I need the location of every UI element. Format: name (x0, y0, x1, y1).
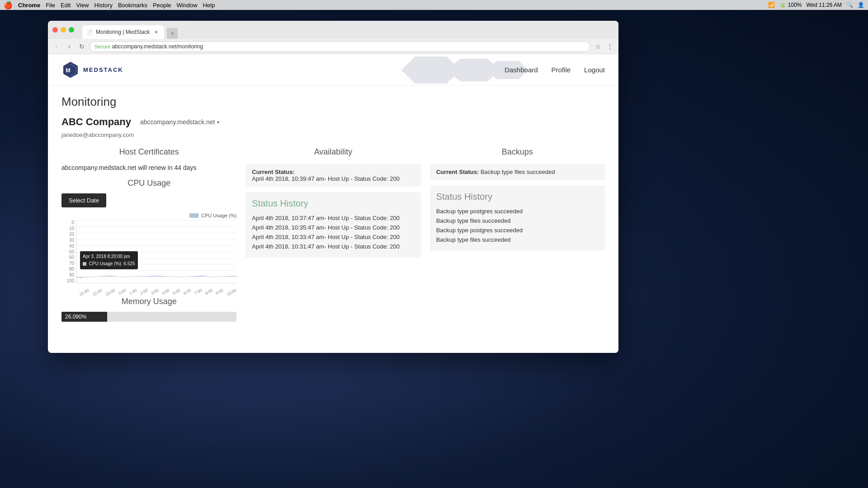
x-label-2300: 23:00 (105, 288, 116, 297)
y-label-60: 60 (61, 255, 76, 260)
chrome-menu[interactable]: Chrome (18, 2, 40, 9)
medstack-logo-icon: M (61, 61, 80, 79)
y-label-30: 30 (61, 238, 76, 243)
memory-section: Memory Usage 26.090% (61, 297, 236, 322)
y-label-50: 50 (61, 249, 76, 254)
domain-selector[interactable]: abccompany.medstack.net ▾ (140, 118, 219, 126)
back-button[interactable]: ‹ (52, 42, 61, 52)
grid-line-90 (76, 226, 236, 227)
availability-status-value: April 4th 2018, 10:39:47 am- Host Up - S… (252, 175, 400, 182)
forward-button[interactable]: › (64, 42, 74, 52)
backup-entry-1: Backup type postgres succeeded (436, 206, 599, 216)
avail-entry-3: April 4th 2018, 10:33:47 am- Host Up - S… (252, 232, 414, 242)
tooltip-date: Apr 3, 2018 8:20:00 pm (83, 253, 135, 260)
mac-menubar: 🍎 Chrome File Edit View History Bookmark… (0, 0, 868, 10)
browser-window: 📄 Monitoring | MedStack ✕ + ‹ › ↻ Secure… (48, 21, 618, 353)
close-button[interactable] (52, 27, 58, 33)
traffic-lights (52, 27, 74, 33)
more-options-button[interactable]: ⋮ (605, 42, 615, 52)
nav-links: Dashboard Profile Logout (505, 66, 605, 74)
y-label-0: 0 (61, 220, 76, 225)
address-bar[interactable]: Secure abccompany.medstack.net/monitorin… (90, 41, 590, 52)
history-menu[interactable]: History (94, 2, 112, 9)
chart-legend: CPU Usage (%) (61, 213, 236, 218)
availability-status-label: Current Status: (252, 169, 295, 175)
backups-title: Backups (430, 147, 605, 157)
help-menu[interactable]: Help (203, 2, 215, 9)
grid-line-60 (76, 245, 236, 246)
memory-title: Memory Usage (61, 297, 236, 306)
toolbar-actions: ☆ ⋮ (593, 42, 615, 52)
backup-history-panel: Status History Backup type postgres succ… (430, 185, 605, 251)
app-navbar: M MEDSTACK Dashboard Profile Logout (48, 54, 618, 86)
people-menu[interactable]: People (153, 2, 171, 9)
cpu-title: CPU Usage (61, 178, 236, 188)
x-label-0900: 9:00 (215, 288, 224, 296)
grid-line-80 (76, 233, 236, 233)
window-menu[interactable]: Window (176, 2, 197, 9)
browser-toolbar: ‹ › ↻ Secure abccompany.medstack.net/mon… (48, 39, 618, 54)
reload-button[interactable]: ↻ (77, 42, 87, 52)
legend-color-box (189, 213, 198, 218)
edit-menu[interactable]: Edit (61, 2, 71, 9)
profile-link[interactable]: Profile (552, 66, 571, 74)
logo-text: MEDSTACK (83, 66, 123, 73)
new-tab-button[interactable]: + (167, 28, 178, 39)
select-date-button[interactable]: Select Date (61, 193, 106, 207)
tab-title: Monitoring | MedStack (96, 29, 150, 35)
y-label-10: 10 (61, 226, 76, 231)
tab-close-button[interactable]: ✕ (152, 28, 160, 36)
domain-text: abccompany.medstack.net (140, 118, 215, 126)
left-column: Host Certificates abccompany.medstack.ne… (61, 147, 236, 322)
x-label-0500: 5:00 (172, 288, 181, 296)
host-certificates-panel: Host Certificates abccompany.medstack.ne… (61, 147, 236, 171)
apple-menu-icon[interactable]: 🍎 (4, 1, 13, 9)
y-label-90: 90 (61, 272, 76, 277)
tooltip-value-number: 6.525 (123, 261, 135, 266)
file-menu[interactable]: File (46, 2, 55, 9)
dashboard-link[interactable]: Dashboard (505, 66, 538, 74)
battery-icon: 🔋 100% (779, 2, 802, 8)
logout-link[interactable]: Logout (584, 66, 605, 74)
grid-line-100 (76, 220, 236, 221)
search-icon[interactable]: 🔍 (846, 2, 853, 8)
memory-bar-fill: 26.090% (61, 312, 107, 322)
backup-status-value: Backup type files succeeded (481, 169, 555, 175)
wifi-icon: 📶 (768, 2, 775, 8)
bookmark-button[interactable]: ☆ (593, 42, 603, 52)
x-axis: 21:00 22:00 23:00 0:00 1:00 2:00 3:00 4:… (76, 288, 236, 292)
backup-entry-2: Backup type files succeeded (436, 216, 599, 225)
menubar-right: 📶 🔋 100% Wed 11:26 AM 🔍 👤 (768, 2, 864, 8)
x-label-0000: 0:00 (118, 288, 127, 296)
x-label-0300: 3:00 (150, 288, 159, 296)
avail-entry-1: April 4th 2018, 10:37:47 am- Host Up - S… (252, 213, 414, 223)
minimize-button[interactable] (61, 27, 66, 33)
availability-current-status: Current Status: April 4th 2018, 10:39:47… (245, 164, 420, 187)
company-section: ABC Company abccompany.medstack.net ▾ (61, 116, 605, 128)
app-logo: M MEDSTACK (61, 61, 123, 79)
x-label-0800: 8:00 (204, 288, 213, 296)
bookmarks-menu[interactable]: Bookmarks (118, 2, 147, 9)
tooltip-value: CPU Usage (%): 6.525 (83, 260, 135, 267)
cpu-section: CPU Usage Select Date CPU Usage (%) (61, 178, 236, 292)
x-label-2200: 22:00 (92, 288, 103, 297)
chart-area: Apr 3, 2018 8:20:00 pm CPU Usage (%): 6.… (76, 220, 236, 283)
grid-line-20 (76, 270, 236, 271)
x-label-0700: 7:00 (193, 288, 203, 296)
active-tab[interactable]: 📄 Monitoring | MedStack ✕ (82, 25, 164, 39)
x-label-0200: 2:00 (139, 288, 148, 296)
page-title: Monitoring (61, 95, 605, 109)
backup-entry-4: Backup type files succeeded (436, 235, 599, 244)
clock: Wed 11:26 AM (807, 2, 842, 8)
svg-marker-1 (401, 56, 460, 84)
view-menu[interactable]: View (76, 2, 89, 9)
memory-bar-label: 26.090% (65, 314, 86, 320)
y-label-70: 70 (61, 261, 76, 266)
maximize-button[interactable] (69, 27, 74, 33)
company-name: ABC Company (61, 116, 131, 128)
tooltip-dot-icon (83, 262, 86, 266)
grid-line-10 (76, 277, 236, 277)
page-content: M MEDSTACK Dashboard Profile Logout (48, 54, 618, 353)
backup-entry-3: Backup type postgres succeeded (436, 225, 599, 235)
user-icon[interactable]: 👤 (858, 2, 864, 8)
